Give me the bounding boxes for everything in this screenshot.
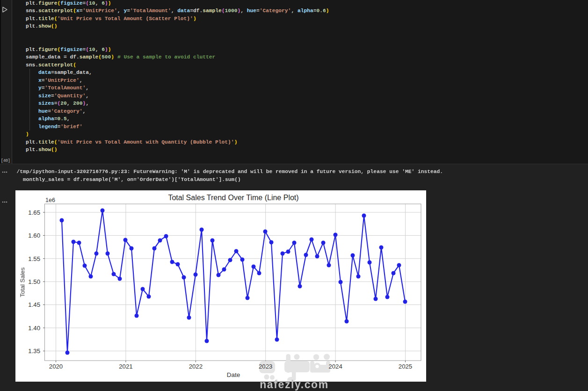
svg-text:2021: 2021 — [119, 363, 132, 370]
svg-text:1.60: 1.60 — [28, 232, 40, 239]
svg-text:1.50: 1.50 — [28, 278, 40, 285]
svg-text:2025: 2025 — [399, 363, 412, 370]
svg-text:1.55: 1.55 — [28, 255, 40, 262]
svg-text:2022: 2022 — [189, 363, 203, 370]
svg-text:1e6: 1e6 — [45, 197, 55, 203]
svg-text:2023: 2023 — [259, 363, 272, 370]
svg-text:Total Sales: Total Sales — [19, 267, 26, 297]
svg-text:1.45: 1.45 — [28, 301, 40, 308]
svg-text:Total Sales Trend Over Time (L: Total Sales Trend Over Time (Line Plot) — [168, 194, 298, 202]
svg-text:1.65: 1.65 — [28, 209, 40, 216]
svg-text:2020: 2020 — [49, 363, 63, 370]
svg-text:1.40: 1.40 — [28, 325, 40, 332]
svg-text:Date: Date — [227, 371, 240, 378]
svg-text:1.35: 1.35 — [28, 348, 40, 355]
svg-text:2024: 2024 — [328, 363, 342, 370]
